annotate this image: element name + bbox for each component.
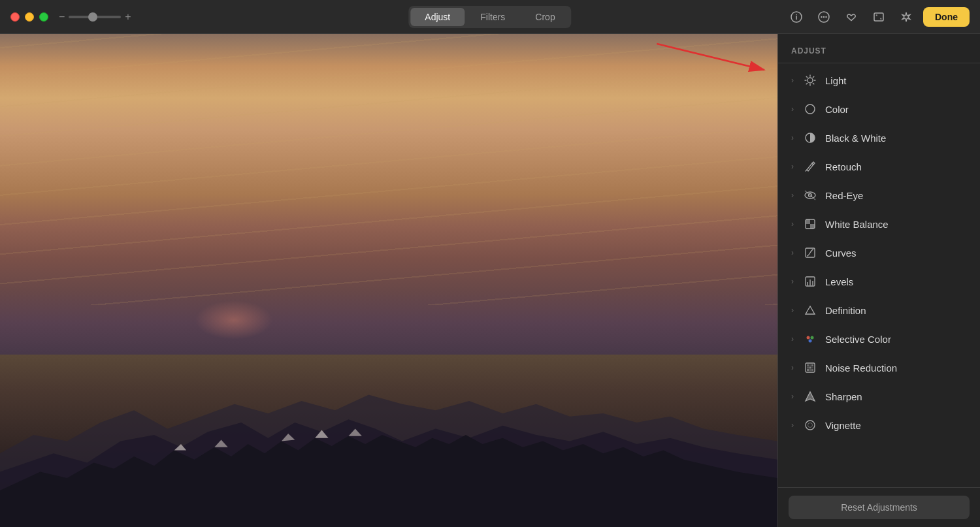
info-button[interactable]: i [786,7,807,27]
enhance-button[interactable] [896,7,917,27]
chevron-icon-vignette: › [791,421,794,430]
whitebalance-label: White Balance [825,219,889,230]
svg-rect-6 [874,13,883,21]
chevron-icon-noise-reduction: › [791,363,794,372]
svg-rect-42 [809,369,811,371]
sidebar: ADJUST › [777,34,980,527]
curves-icon [803,246,817,260]
adjust-item-selective-color[interactable]: › Selective Color [778,325,980,353]
chevron-icon-selective-color: › [791,334,794,343]
levels-icon [803,274,817,289]
selective-color-label: Selective Color [825,334,891,345]
svg-rect-28 [807,282,808,285]
color-label: Color [825,104,849,115]
svg-rect-36 [809,364,811,366]
favorites-button[interactable] [841,7,862,27]
retouch-icon [803,159,817,174]
reset-adjustments-button[interactable]: Reset Adjustments [789,496,970,519]
photo-area [0,34,777,527]
svg-rect-25 [810,224,815,229]
adjust-item-definition[interactable]: › Definition [778,296,980,325]
svg-point-18 [806,104,815,114]
svg-point-3 [821,16,822,17]
sidebar-footer: Reset Adjustments [778,487,980,527]
zoom-slider[interactable] [69,16,121,18]
levels-label: Levels [825,276,853,287]
svg-rect-40 [811,367,813,369]
tab-group: Adjust Filters Crop [408,6,571,28]
noise-reduction-label: Noise Reduction [825,362,897,374]
titlebar-actions: i Done [786,7,970,27]
svg-point-5 [825,16,826,17]
chevron-icon-retouch: › [791,162,794,171]
main-content: ADJUST › [0,34,980,527]
tab-adjust[interactable]: Adjust [410,8,465,26]
svg-rect-30 [812,281,813,285]
svg-rect-43 [811,369,813,371]
retouch-label: Retouch [825,161,862,172]
maximize-button[interactable] [39,12,48,22]
chevron-icon-bw: › [791,133,794,142]
adjust-item-sharpen[interactable]: › Sharpen [778,382,980,411]
adjust-item-vignette[interactable]: › Vignette [778,411,980,439]
photo-background [0,34,777,527]
chevron-icon-levels: › [791,277,794,286]
zoom-slider-thumb [88,12,97,22]
definition-icon [803,303,817,317]
vignette-label: Vignette [825,420,861,431]
svg-point-9 [808,78,813,83]
svg-rect-41 [807,369,809,371]
svg-point-33 [809,340,812,343]
chevron-icon-sharpen: › [791,392,794,401]
svg-rect-37 [811,364,813,366]
adjust-item-bw[interactable]: › Black & White [778,123,980,152]
adjust-item-curves[interactable]: › Curves [778,238,980,267]
vignette-icon [803,418,817,432]
svg-text:i: i [795,13,797,21]
light-icon [803,73,817,88]
cloud-highlight [195,300,273,340]
photo-container [0,34,777,527]
close-button[interactable] [10,12,20,22]
zoom-minus-button[interactable]: − [59,11,65,23]
adjust-items-list: › Light › [778,63,980,487]
light-label: Light [825,75,847,86]
more-button[interactable] [813,7,834,27]
zoom-control: − + [59,11,131,23]
adjust-item-whitebalance[interactable]: › White Balance [778,210,980,238]
svg-point-4 [823,16,825,17]
adjust-item-redeye[interactable]: › Red-Eye [778,181,980,210]
zoom-plus-button[interactable]: + [125,11,131,23]
curves-label: Curves [825,248,857,259]
sharpen-label: Sharpen [825,391,862,402]
adjust-item-color[interactable]: › Color [778,95,980,123]
color-icon [803,102,817,116]
adjust-item-levels[interactable]: › Levels [778,267,980,296]
done-button[interactable]: Done [923,7,970,27]
adjust-item-noise-reduction[interactable]: › Noise Reduction [778,353,980,382]
definition-label: Definition [825,305,866,316]
whitebalance-icon [803,217,817,231]
aspect-ratio-button[interactable] [868,7,889,27]
svg-line-15 [813,83,813,84]
chevron-icon-whitebalance: › [791,219,794,229]
svg-point-44 [806,421,815,430]
chevron-icon-color: › [791,104,794,114]
tab-filters[interactable]: Filters [466,8,519,26]
adjust-item-light[interactable]: › Light [778,66,980,95]
traffic-lights [10,12,48,22]
svg-line-16 [813,76,813,77]
mountain-layer [0,281,777,528]
noise-reduction-icon [803,360,817,375]
sidebar-header: ADJUST [778,34,980,63]
adjust-item-retouch[interactable]: › Retouch [778,152,980,181]
adjust-section-label: ADJUST [791,46,826,56]
titlebar: − + Adjust Filters Crop i [0,0,980,34]
chevron-icon-redeye: › [791,191,794,200]
tab-crop[interactable]: Crop [521,8,569,26]
svg-line-14 [806,76,807,77]
sharpen-icon [803,389,817,404]
selective-color-icon [803,332,817,346]
minimize-button[interactable] [25,12,34,22]
svg-rect-38 [807,367,809,369]
